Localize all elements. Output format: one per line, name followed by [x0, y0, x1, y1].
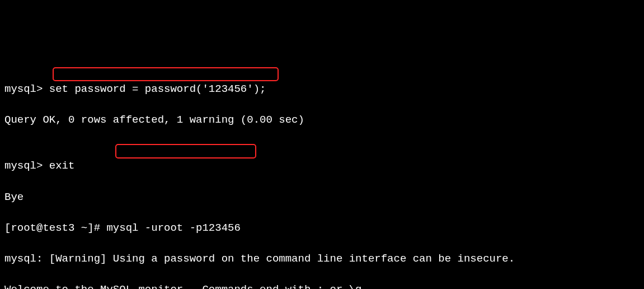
terminal-line-cmd-mysql-login: [root@test3 ~]# mysql -uroot -p123456	[4, 221, 640, 236]
terminal-line-cmd-setpassword: mysql> set password = password('123456')…	[4, 82, 640, 97]
terminal-line-cmd-exit: mysql> exit	[4, 159, 640, 174]
terminal-line-result-queryok: Query OK, 0 rows affected, 1 warning (0.…	[4, 113, 640, 128]
terminal-line-warning: mysql: [Warning] Using a password on the…	[4, 251, 640, 267]
highlight-box-setpassword	[53, 67, 279, 81]
highlight-box-mysql-login	[115, 144, 256, 159]
terminal-output: mysql> set password = password('123456')…	[4, 66, 640, 289]
terminal-line-bye: Bye	[4, 190, 640, 206]
terminal-line-welcome: Welcome to the MySQL monitor. Commands e…	[4, 282, 640, 289]
